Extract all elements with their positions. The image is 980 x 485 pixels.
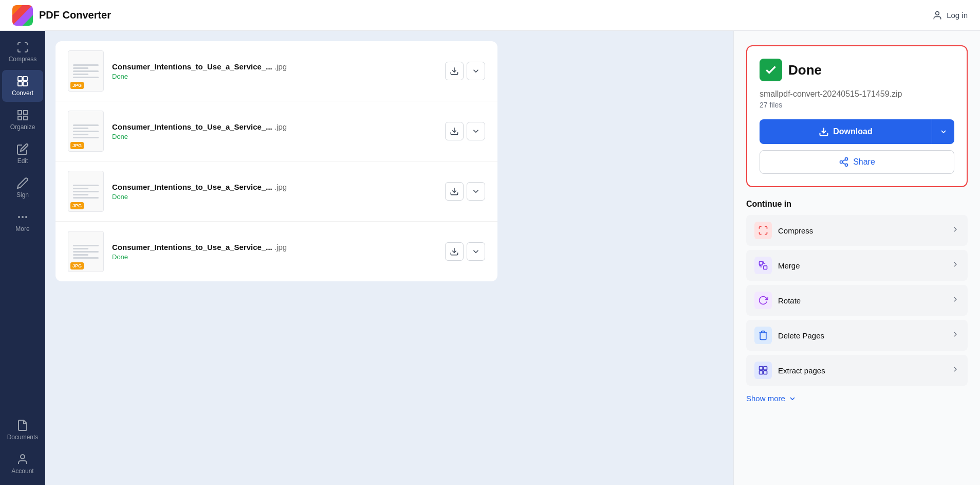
- done-title: Done: [788, 62, 822, 78]
- svg-rect-5: [18, 111, 22, 114]
- convert-icon: [16, 75, 29, 87]
- sidebar-account-label: Account: [11, 468, 33, 475]
- documents-icon: [16, 419, 29, 432]
- svg-point-11: [26, 217, 27, 218]
- share-label: Share: [853, 157, 875, 167]
- delete-pages-continue-icon: [754, 327, 772, 344]
- more-icon: [16, 211, 29, 223]
- rotate-continue-icon: [754, 292, 772, 309]
- sidebar-sign-label: Sign: [16, 191, 29, 199]
- login-button[interactable]: Log in: [932, 10, 968, 21]
- sidebar: Compress Convert Organize: [0, 31, 45, 485]
- download-icon: [450, 66, 459, 76]
- edit-icon: [16, 143, 29, 155]
- chevron-right-icon: [951, 295, 959, 306]
- svg-rect-23: [760, 262, 763, 265]
- file-info: Consumer_Intentions_to_Use_a_Service_...…: [112, 122, 437, 140]
- file-name: Consumer_Intentions_to_Use_a_Service_...…: [112, 243, 437, 252]
- download-icon: [819, 127, 829, 137]
- file-status: Done: [112, 133, 437, 140]
- sidebar-item-sign[interactable]: Sign: [2, 172, 43, 204]
- download-file-button[interactable]: [445, 62, 464, 80]
- share-button[interactable]: Share: [760, 150, 954, 174]
- sidebar-item-convert[interactable]: Convert: [2, 70, 43, 102]
- filename-bold: smallpdf-convert-20240515-171459: [760, 89, 890, 98]
- svg-line-22: [842, 159, 845, 161]
- svg-point-20: [845, 164, 848, 166]
- chevron-down-icon: [788, 394, 797, 403]
- compress-icon: [758, 225, 768, 236]
- svg-rect-25: [760, 367, 763, 370]
- login-label: Log in: [947, 11, 968, 20]
- sidebar-organize-label: Organize: [10, 123, 35, 131]
- download-button-group: Download: [760, 119, 954, 144]
- show-more-button[interactable]: Show more: [746, 390, 797, 407]
- jpg-badge: JPG: [70, 142, 84, 149]
- svg-line-21: [842, 163, 845, 164]
- sidebar-documents-label: Documents: [7, 434, 39, 441]
- file-info: Consumer_Intentions_to_Use_a_Service_...…: [112, 243, 437, 261]
- sidebar-item-organize[interactable]: Organize: [2, 104, 43, 136]
- extract-pages-continue-icon: [754, 362, 772, 379]
- file-thumbnail: JPG: [68, 111, 104, 152]
- chevron-right-icon: [951, 330, 959, 338]
- file-list-inner: JPG Consumer_Intentions_to_Use_a_Service…: [56, 41, 497, 281]
- continue-title: Continue in: [746, 200, 968, 209]
- file-info: Consumer_Intentions_to_Use_a_Service_...…: [112, 62, 437, 80]
- chevron-right-icon: [951, 260, 959, 271]
- continue-item-merge[interactable]: Merge: [746, 250, 968, 281]
- sidebar-item-documents[interactable]: Documents: [2, 414, 43, 446]
- svg-rect-4: [23, 82, 27, 86]
- download-file-button[interactable]: [445, 182, 464, 201]
- sidebar-convert-label: Convert: [12, 89, 33, 97]
- more-options-button[interactable]: [467, 242, 485, 261]
- sidebar-edit-label: Edit: [17, 157, 28, 165]
- more-options-button[interactable]: [467, 122, 485, 140]
- download-file-button[interactable]: [445, 242, 464, 261]
- svg-rect-2: [23, 77, 27, 81]
- continue-item-extract-pages[interactable]: Extract pages: [746, 355, 968, 386]
- download-dropdown-button[interactable]: [932, 119, 954, 144]
- continue-item-delete-pages[interactable]: Delete Pages: [746, 320, 968, 351]
- compress-icon: [16, 41, 29, 53]
- download-label: Download: [833, 127, 872, 136]
- file-name: Consumer_Intentions_to_Use_a_Service_...…: [112, 62, 437, 71]
- done-check-icon: [760, 59, 782, 81]
- chevron-right-icon: [951, 365, 959, 373]
- file-status: Done: [112, 73, 437, 80]
- chevron-right-icon: [951, 330, 959, 340]
- chevron-right-icon: [951, 225, 959, 233]
- continue-item-rotate[interactable]: Rotate: [746, 285, 968, 316]
- content-area: JPG Consumer_Intentions_to_Use_a_Service…: [45, 31, 980, 485]
- more-options-button[interactable]: [467, 182, 485, 201]
- organize-icon: [16, 109, 29, 121]
- sidebar-item-edit[interactable]: Edit: [2, 138, 43, 170]
- table-row: JPG Consumer_Intentions_to_Use_a_Service…: [56, 101, 497, 161]
- sidebar-item-account[interactable]: Account: [2, 448, 43, 480]
- filename-ext: .zip: [890, 89, 902, 98]
- continue-merge-label: Merge: [778, 261, 945, 270]
- checkmark-icon: [764, 63, 778, 77]
- table-row: JPG Consumer_Intentions_to_Use_a_Service…: [56, 161, 497, 222]
- more-options-button[interactable]: [467, 62, 485, 80]
- done-filecount: 27 files: [760, 101, 954, 109]
- download-button[interactable]: Download: [760, 119, 932, 144]
- main-layout: Compress Convert Organize: [0, 31, 980, 485]
- svg-rect-24: [764, 266, 767, 270]
- right-panel: Done smallpdf-convert-20240515-171459.zi…: [733, 31, 980, 485]
- chevron-right-icon: [951, 225, 959, 236]
- download-file-button[interactable]: [445, 122, 464, 140]
- continue-rotate-label: Rotate: [778, 296, 945, 305]
- sidebar-item-more[interactable]: More: [2, 206, 43, 238]
- svg-point-9: [19, 217, 20, 218]
- sidebar-item-compress[interactable]: Compress: [2, 36, 43, 68]
- svg-rect-27: [760, 371, 763, 374]
- continue-compress-label: Compress: [778, 226, 945, 235]
- jpg-badge: JPG: [70, 82, 84, 89]
- download-icon: [450, 247, 459, 256]
- done-card: Done smallpdf-convert-20240515-171459.zi…: [746, 45, 968, 187]
- logo-icon: [12, 5, 33, 26]
- sidebar-more-label: More: [15, 225, 29, 232]
- share-icon: [839, 157, 849, 167]
- continue-item-compress[interactable]: Compress: [746, 215, 968, 246]
